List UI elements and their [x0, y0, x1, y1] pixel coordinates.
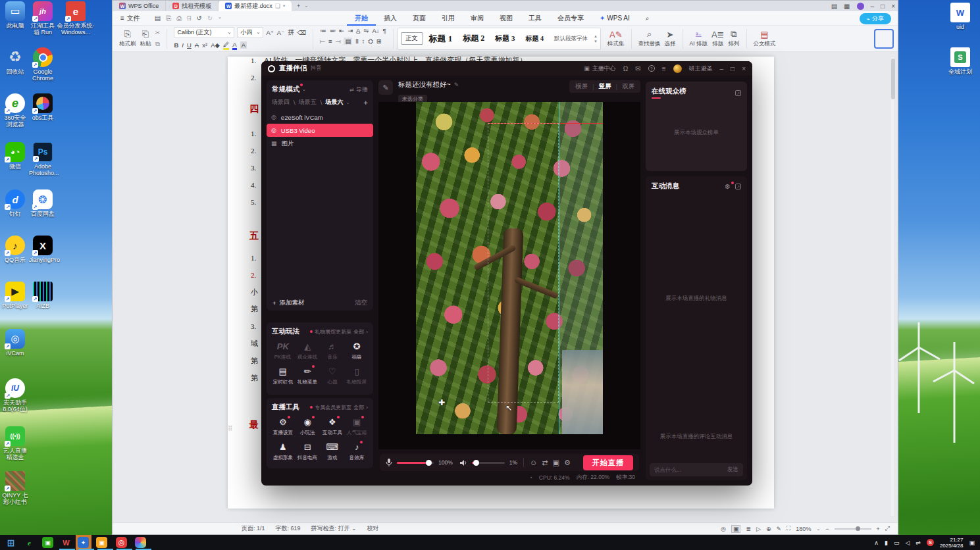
tool-douyin-ecommerce[interactable]: ⊟抖音电商 [296, 442, 321, 461]
fullscreen-icon[interactable]: ⤢ [885, 525, 890, 532]
style-heading2[interactable]: 标题 2 [458, 32, 489, 45]
scrollbar-thumb[interactable] [891, 59, 895, 99]
distribute-icon[interactable]: ⫴ [355, 38, 358, 45]
tab-template-doc[interactable]: D 找租壳模板 [166, 1, 219, 11]
chevron-down-icon[interactable]: ⌄ [346, 100, 349, 105]
desktop-icon-aizb[interactable]: AIZB [29, 282, 57, 309]
print-icon[interactable]: ⎙ [176, 14, 182, 22]
camera-button[interactable]: ▣ [553, 459, 559, 467]
tab-active-doc[interactable]: W 最新搭建.docx ❏ • [219, 1, 292, 11]
edit-pencil-icon[interactable]: ✎ [454, 82, 459, 88]
menu-view[interactable]: 视图 [492, 14, 521, 23]
strikethrough-button[interactable]: A [195, 41, 199, 49]
edit-title-button[interactable]: ✎ [378, 80, 393, 95]
underline-button[interactable]: U [187, 41, 192, 49]
font-color-button[interactable]: A [232, 41, 236, 50]
export-icon[interactable]: ⎘ [166, 14, 171, 22]
tray-display-icon[interactable]: ▭ [894, 539, 900, 546]
paragraph-drag-handle[interactable]: ⠿ [228, 425, 232, 432]
mode-landscape[interactable]: 横屏 [575, 82, 588, 91]
desktop-icon-qq-music[interactable]: ♪ QQ音乐 [1, 236, 29, 263]
desktop-icon-qinyy[interactable]: QINYY 七彩小红书 [1, 471, 29, 505]
zoom-in-button[interactable]: + [877, 526, 880, 532]
transform-selection-box[interactable] [488, 123, 559, 403]
popout-icon[interactable]: ↗ [735, 90, 741, 96]
format-painter-button[interactable]: ⎘格式刷 [119, 29, 136, 48]
highlight-color-button[interactable]: 🖉 [223, 41, 230, 50]
tab-wps-office[interactable]: W WPS Office [113, 1, 166, 11]
proofread[interactable]: 校对 [367, 524, 379, 533]
notification-center-icon[interactable]: ▣ [969, 539, 975, 546]
zoom-out-button[interactable]: − [825, 526, 829, 532]
scene-tab-5[interactable]: 场景五 [299, 98, 317, 107]
italic-button[interactable]: I [182, 41, 184, 49]
desktop-icon-potplayer[interactable]: ▶ PotPlayer [1, 282, 29, 309]
mic-volume-slider[interactable] [397, 462, 434, 464]
speaker-volume-slider[interactable] [472, 462, 505, 464]
fit-page-icon[interactable]: ⛶ [787, 525, 790, 532]
wps-minimize-button[interactable]: – [871, 3, 875, 10]
tray-mic-icon[interactable]: ▮ [885, 539, 888, 546]
account-avatar[interactable] [857, 3, 864, 10]
menu-home[interactable]: 开始 [347, 11, 376, 26]
preview-stage[interactable]: ✚ ↖ [378, 102, 640, 449]
align-center-icon[interactable]: ≡ [328, 38, 332, 45]
taskbar-capcut-icon[interactable] [135, 537, 146, 548]
source-ivcam[interactable]: ◎e2eSoft iVCam [267, 111, 373, 124]
clear-button[interactable]: 清空 [355, 299, 367, 307]
zoom-slider[interactable] [835, 528, 871, 530]
font-size-select[interactable]: 小四⌄ [237, 27, 263, 38]
desktop-icon-hongtian[interactable]: iU 宏天助手 8.0(64位) [1, 378, 29, 413]
official-mode-button[interactable]: ▤公文模式 [754, 30, 776, 48]
desktop-icon-uid-doc[interactable]: W uid [946, 3, 974, 30]
select-button[interactable]: ➤选择 [665, 30, 676, 48]
new-tab-button[interactable]: + [297, 3, 300, 9]
feedback-icon[interactable]: ✉ [635, 65, 640, 72]
tool-mini-play[interactable]: ◉小玩法 [296, 417, 321, 436]
menu-insert[interactable]: 插入 [376, 14, 405, 23]
add-material-button[interactable]: +添加素材 [272, 299, 305, 307]
desktop-icon-baidu-pan[interactable]: ❂ 百度网盘 [29, 189, 57, 217]
edit-mode-icon[interactable]: ✎ [777, 526, 782, 532]
line-spacing-icon[interactable]: ↕ [361, 38, 365, 45]
style-default-font[interactable]: 默认段落字体 [550, 34, 592, 44]
taskbar-orange-app-icon[interactable]: ▣ [96, 537, 107, 548]
stream-title-text[interactable]: 标题还没有想好~ [398, 80, 451, 89]
wrap-icon[interactable]: ⇋ [363, 27, 369, 34]
desktop-icon-artist-box[interactable]: ((•)) 艺人直播精选盒 [1, 426, 29, 461]
scene-tab-4[interactable]: 场景四 [272, 98, 290, 107]
send-button[interactable]: 发送 [727, 466, 738, 474]
preview-icon[interactable]: ⍈ [187, 14, 191, 22]
play-viewer-link[interactable]: ◭观众连线 [296, 341, 321, 361]
wps-close-button[interactable]: × [891, 3, 895, 10]
stream-minimize-button[interactable]: – [720, 65, 724, 72]
desktop-icon-jianghu-toolbox[interactable]: jh 江湖工具箱 Run [29, 1, 57, 36]
play-wish[interactable]: ♡心愿 [320, 366, 345, 386]
tab-list-chevron-icon[interactable]: ⌄ [304, 3, 308, 9]
settings-gear-button[interactable]: ⚙ [564, 459, 571, 467]
menu-tools[interactable]: 工具 [521, 14, 550, 23]
desktop-icon-jianying[interactable]: X JianyingPro [29, 236, 57, 263]
camera-preview[interactable]: ✚ ↖ [416, 102, 603, 434]
source-image[interactable]: ▦图片 [267, 137, 373, 150]
number-list-icon[interactable]: ≕ [330, 27, 336, 34]
shading-icon[interactable]: ⛭ [368, 38, 373, 45]
tool-games[interactable]: ⌨游戏 [320, 442, 345, 461]
play-music[interactable]: ♬音乐 [320, 341, 345, 361]
play-gift-cast[interactable]: ▯礼物投屏 [345, 366, 370, 386]
style-set-button[interactable]: A✎样式集 [607, 30, 625, 48]
sort-icon[interactable]: A↓ [372, 27, 379, 34]
play-timed-redpacket[interactable]: ▤定时红包 [271, 366, 296, 386]
menu-icon[interactable]: ≡ [662, 65, 666, 72]
mirror-flip-button[interactable]: ⇄ [542, 459, 548, 467]
desktop-icon-obs-tool[interactable]: obs工具 [29, 93, 57, 121]
increase-indent-icon[interactable]: ⇥ [348, 27, 353, 34]
layout-grid-icon[interactable]: ▤ [831, 3, 837, 10]
viewers-rank-tab[interactable]: 在线观众榜 [652, 87, 686, 96]
wps-maximize-button[interactable]: □ [881, 3, 885, 10]
add-scene-button[interactable]: + [364, 99, 368, 107]
ai-layout-button[interactable]: ⎁AI 排版 [690, 29, 708, 48]
style-heading3[interactable]: 标题 3 [490, 32, 519, 45]
char-shading-button[interactable]: A [240, 41, 247, 49]
marks-icon[interactable]: ¶ [382, 27, 386, 34]
